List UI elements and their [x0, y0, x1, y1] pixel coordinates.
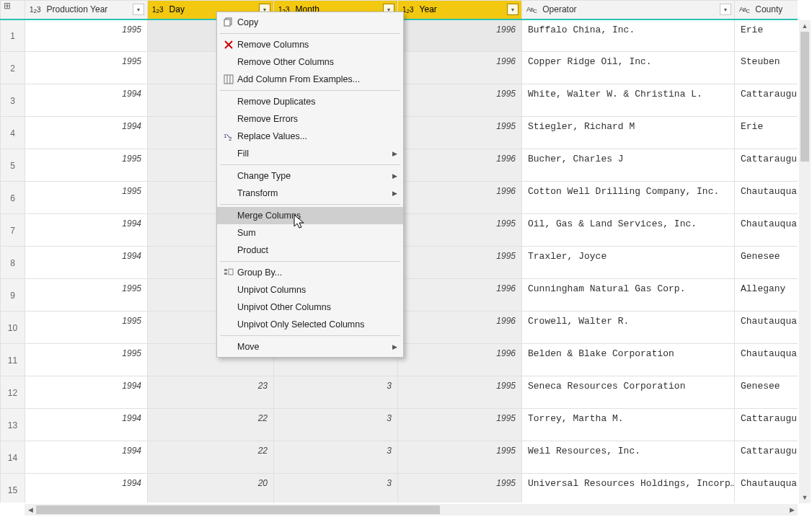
cell-day[interactable]: 22 [148, 409, 274, 441]
cell-county[interactable]: Genesee [735, 247, 798, 279]
column-filter-button[interactable]: ▾ [507, 4, 518, 15]
cell-year[interactable]: 1995 [398, 84, 522, 117]
cell-operator[interactable]: Cunningham Natural Gas Corp. [522, 279, 735, 311]
menu-item-unpivot-columns[interactable]: Unpivot Columns [217, 281, 403, 299]
cell-production-year[interactable]: 1995 [25, 311, 148, 344]
row-number[interactable]: 8 [1, 247, 25, 279]
cell-production-year[interactable]: 1995 [25, 52, 148, 84]
cell-day[interactable]: 23 [148, 376, 274, 409]
cell-operator[interactable]: White, Walter W. & Christina L. [522, 84, 735, 117]
cell-operator[interactable]: Cotton Well Drilling Company, Inc. [522, 182, 735, 214]
row-number[interactable]: 7 [1, 214, 25, 247]
cell-production-year[interactable]: 1994 [25, 84, 148, 117]
cell-year[interactable]: 1996 [398, 279, 522, 311]
table-row[interactable]: 1319942231995Torrey, Martha M.Cattaraugu… [1, 409, 798, 441]
menu-item-copy[interactable]: Copy [217, 14, 403, 31]
menu-item-remove-errors[interactable]: Remove Errors [217, 110, 403, 128]
cell-operator[interactable]: Stiegler, Richard M [522, 117, 735, 149]
cell-production-year[interactable]: 1994 [25, 474, 148, 503]
cell-operator[interactable]: Belden & Blake Corporation [522, 344, 735, 376]
cell-production-year[interactable]: 1994 [25, 409, 148, 441]
cell-day[interactable]: 20 [148, 474, 274, 503]
cell-month[interactable]: 3 [274, 376, 398, 409]
menu-item-remove-duplicates[interactable]: Remove Duplicates [217, 93, 403, 110]
cell-production-year[interactable]: 1995 [25, 149, 148, 182]
cell-operator[interactable]: Bucher, Charles J [522, 149, 735, 182]
menu-item-remove-other-columns[interactable]: Remove Other Columns [217, 53, 403, 71]
row-number[interactable]: 12 [1, 376, 25, 409]
row-number[interactable]: 14 [1, 441, 25, 474]
cell-county[interactable]: Steuben [735, 52, 798, 84]
cell-month[interactable]: 3 [274, 474, 398, 503]
scroll-thumb[interactable] [36, 505, 440, 514]
row-number[interactable]: 13 [1, 409, 25, 441]
menu-item-sum[interactable]: Sum [217, 224, 403, 242]
cell-production-year[interactable]: 1994 [25, 117, 148, 149]
cell-production-year[interactable]: 1995 [25, 344, 148, 376]
row-number[interactable]: 4 [1, 117, 25, 149]
cell-operator[interactable]: Crowell, Walter R. [522, 311, 735, 344]
row-number[interactable]: 2 [1, 52, 25, 84]
row-number[interactable]: 1 [1, 19, 25, 52]
row-number[interactable]: 5 [1, 149, 25, 182]
cell-year[interactable]: 1995 [398, 247, 522, 279]
cell-year[interactable]: 1996 [398, 311, 522, 344]
cell-production-year[interactable]: 1994 [25, 376, 148, 409]
menu-item-group-by[interactable]: Group By... [217, 264, 403, 281]
cell-county[interactable]: Genesee [735, 376, 798, 409]
table-row[interactable]: 1219942331995Seneca Resources Corporatio… [1, 376, 798, 409]
row-number[interactable]: 11 [1, 344, 25, 376]
scroll-down-arrow[interactable]: ▼ [799, 492, 811, 503]
cell-county[interactable]: Chautauqua [735, 182, 798, 214]
cell-year[interactable]: 1996 [398, 52, 522, 84]
column-header-year[interactable]: 123 Year ▾ [398, 1, 522, 19]
cell-county[interactable]: Cattaraugus [735, 149, 798, 182]
menu-item-add-column-from-examples[interactable]: Add Column From Examples... [217, 71, 403, 88]
cell-day[interactable]: 22 [148, 441, 274, 474]
cell-year[interactable]: 1995 [398, 474, 522, 503]
menu-item-replace-values[interactable]: 12Replace Values... [217, 128, 403, 145]
cell-year[interactable]: 1995 [398, 376, 522, 409]
cell-operator[interactable]: Buffalo China, Inc. [522, 19, 735, 52]
cell-year[interactable]: 1995 [398, 214, 522, 247]
menu-item-move[interactable]: Move▶ [217, 338, 403, 355]
cell-county[interactable]: Chautauqua [735, 474, 798, 503]
cell-operator[interactable]: Universal Resources Holdings, Incorp… [522, 474, 735, 503]
column-filter-button[interactable]: ▾ [720, 4, 731, 15]
cell-year[interactable]: 1995 [398, 409, 522, 441]
cell-production-year[interactable]: 1994 [25, 214, 148, 247]
cell-month[interactable]: 3 [274, 441, 398, 474]
cell-county[interactable]: Erie [735, 117, 798, 149]
menu-item-remove-columns[interactable]: Remove Columns [217, 36, 403, 53]
column-header-production-year[interactable]: 123 Production Year ▾ [25, 1, 148, 19]
scroll-thumb[interactable] [800, 32, 809, 162]
cell-month[interactable]: 3 [274, 409, 398, 441]
cell-operator[interactable]: Copper Ridge Oil, Inc. [522, 52, 735, 84]
table-corner[interactable]: ⊞ [1, 1, 25, 19]
cell-production-year[interactable]: 1995 [25, 279, 148, 311]
row-number[interactable]: 3 [1, 84, 25, 117]
cell-operator[interactable]: Oil, Gas & Land Services, Inc. [522, 214, 735, 247]
scroll-right-arrow[interactable]: ▶ [786, 504, 798, 516]
menu-item-unpivot-only-selected-columns[interactable]: Unpivot Only Selected Columns [217, 316, 403, 333]
cell-year[interactable]: 1996 [398, 149, 522, 182]
menu-item-product[interactable]: Product [217, 242, 403, 259]
cell-operator[interactable]: Torrey, Martha M. [522, 409, 735, 441]
column-header-operator[interactable]: ABC Operator ▾ [522, 1, 735, 19]
cell-operator[interactable]: Traxler, Joyce [522, 247, 735, 279]
cell-production-year[interactable]: 1994 [25, 441, 148, 474]
cell-production-year[interactable]: 1994 [25, 247, 148, 279]
menu-item-fill[interactable]: Fill▶ [217, 145, 403, 162]
cell-county[interactable]: Chautauqua [735, 344, 798, 376]
cell-county[interactable]: Allegany [735, 279, 798, 311]
cell-year[interactable]: 1996 [398, 344, 522, 376]
menu-item-transform[interactable]: Transform▶ [217, 185, 403, 202]
cell-operator[interactable]: Seneca Resources Corporation [522, 376, 735, 409]
cell-year[interactable]: 1995 [398, 117, 522, 149]
menu-item-unpivot-other-columns[interactable]: Unpivot Other Columns [217, 299, 403, 316]
column-header-county[interactable]: ABC County [735, 1, 798, 19]
column-filter-button[interactable]: ▾ [133, 4, 144, 15]
cell-county[interactable]: Cattaraugus [735, 441, 798, 474]
cell-operator[interactable]: Weil Resources, Inc. [522, 441, 735, 474]
scroll-up-arrow[interactable]: ▲ [799, 20, 811, 32]
